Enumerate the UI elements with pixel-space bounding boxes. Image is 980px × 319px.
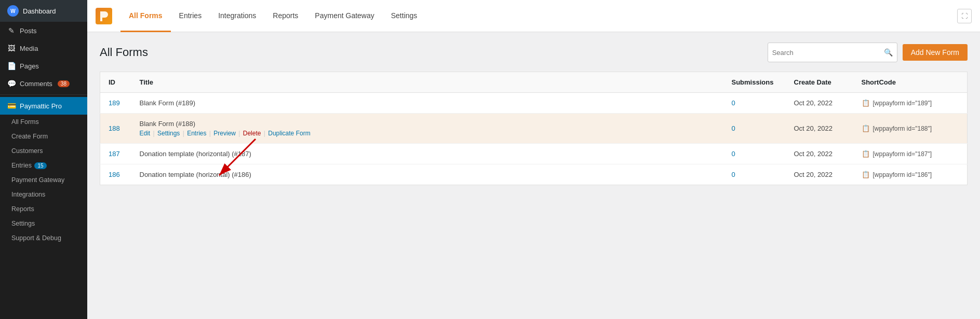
settings-label: Settings [11,220,35,227]
wp-logo-icon: W [7,5,19,17]
cell-title: Donation template (horizontal) (#187) [131,144,723,164]
submissions-link[interactable]: 0 [732,124,735,132]
sidebar-item-settings[interactable]: Settings [0,216,87,231]
edit-link[interactable]: Edit [140,130,151,137]
sidebar-item-reports[interactable]: Reports [0,202,87,216]
cell-id: 186 [100,164,131,185]
add-new-form-button[interactable]: Add New Form [903,44,968,61]
tab-entries[interactable]: Entries [171,1,210,32]
support-label: Support & Debug [11,234,61,242]
shortcode-icon: 📋 [862,99,870,107]
form-id-link[interactable]: 187 [109,150,120,158]
cell-submissions: 0 [723,114,786,144]
page-content: All Forms 🔍 Add New Form [87,32,980,319]
submissions-link[interactable]: 0 [732,171,735,178]
search-input[interactable] [772,49,884,57]
header-actions: 🔍 Add New Form [768,43,968,62]
preview-link[interactable]: Preview [213,130,236,137]
posts-icon: ✎ [7,26,16,35]
cell-id: 189 [100,93,131,114]
sidebar-item-create-form[interactable]: Create Form [0,129,87,144]
form-title: Donation template (horizontal) (#187) [140,150,251,158]
col-header-title: Title [131,72,723,93]
col-header-id: ID [100,72,131,93]
sidebar-item-integrations[interactable]: Integrations [0,187,87,202]
paymattic-label: Paymattic Pro [20,102,62,110]
shortcode-icon: 📋 [862,171,870,178]
table-wrapper: ID Title Submissions Create Date ShortCo… [100,72,968,185]
search-box: 🔍 [768,43,897,62]
cell-shortcode: 📋 [wppayform id="189"] [853,93,968,114]
sidebar-divider-1 [0,94,87,95]
comments-icon: 💬 [7,79,16,88]
comments-label: Comments [20,80,52,88]
tab-payment-gateway[interactable]: Payment Gateway [306,1,382,32]
create-date: Oct 20, 2022 [794,124,833,132]
app-logo [96,8,112,24]
tab-integrations[interactable]: Integrations [210,1,264,32]
table-row: 189 Blank Form (#189) 0 Oct 20, 2022 [100,93,968,114]
form-title: Blank Form (#188) [140,120,196,128]
entries-link[interactable]: Entries [187,130,206,137]
sidebar-item-all-forms[interactable]: All Forms [0,115,87,129]
sidebar-item-customers[interactable]: Customers [0,144,87,158]
tab-reports[interactable]: Reports [264,1,306,32]
duplicate-form-link[interactable]: Duplicate Form [268,130,310,137]
form-id-link[interactable]: 189 [109,99,120,107]
tab-settings[interactable]: Settings [383,1,426,32]
cell-title: Blank Form (#189) [131,93,723,114]
sidebar-item-comments[interactable]: 💬 Comments 38 [0,75,87,92]
sidebar-item-pages[interactable]: 📄 Pages [0,57,87,75]
dashboard-label[interactable]: Dashboard [23,7,56,15]
posts-label: Posts [20,27,37,35]
paymattic-icon: 💳 [7,102,16,110]
col-header-create-date: Create Date [786,72,853,93]
integrations-label: Integrations [11,191,45,198]
submissions-link[interactable]: 0 [732,99,735,107]
cell-id: 187 [100,144,131,164]
sidebar-item-support[interactable]: Support & Debug [0,231,87,245]
settings-link[interactable]: Settings [157,130,180,137]
shortcode-icon: 📋 [862,124,870,132]
svg-rect-0 [100,18,102,21]
cell-submissions: 0 [723,144,786,164]
search-icon: 🔍 [884,48,893,57]
cell-shortcode: 📋 [wppayform id="186"] [853,164,968,185]
form-title: Blank Form (#189) [140,99,196,107]
form-id-link[interactable]: 186 [109,171,120,178]
create-date: Oct 20, 2022 [794,171,833,178]
page-title: All Forms [100,46,148,59]
cell-submissions: 0 [723,164,786,185]
form-id-link[interactable]: 188 [109,124,120,132]
fullscreen-button[interactable]: ⛶ [957,9,972,23]
cell-title: Blank Form (#188) Edit | Settings | Entr… [131,114,723,144]
create-date: Oct 20, 2022 [794,150,833,158]
all-forms-label: All Forms [11,118,39,126]
shortcode-value: [wppayform id="186"] [873,171,932,178]
top-nav-tabs: All Forms Entries Integrations Reports P… [120,0,425,32]
tab-all-forms[interactable]: All Forms [120,1,171,32]
pages-icon: 📄 [7,62,16,70]
delete-link[interactable]: Delete [243,130,261,137]
sidebar-item-posts[interactable]: ✎ Posts [0,22,87,39]
form-title: Donation template (horizontal) (#186) [140,171,251,178]
table-header: ID Title Submissions Create Date ShortCo… [100,72,968,93]
paymattic-logo-icon [96,8,112,24]
cell-shortcode: 📋 [wppayform id="188"] [853,114,968,144]
sidebar: W Dashboard ✎ Posts 🖼 Media 📄 Pages 💬 Co… [0,0,87,319]
main-content: All Forms Entries Integrations Reports P… [87,0,980,319]
shortcode-value: [wppayform id="188"] [873,125,932,132]
submissions-link[interactable]: 0 [732,150,735,158]
shortcode-value: [wppayform id="187"] [873,150,932,158]
sidebar-item-paymattic[interactable]: 💳 Paymattic Pro [0,97,87,115]
cell-date: Oct 20, 2022 [786,93,853,114]
media-icon: 🖼 [7,44,16,52]
sidebar-item-entries[interactable]: Entries 15 [0,158,87,173]
customers-label: Customers [11,147,43,155]
table-body: 189 Blank Form (#189) 0 Oct 20, 2022 [100,93,968,185]
sidebar-item-media[interactable]: 🖼 Media [0,39,87,57]
sidebar-item-payment-gateway[interactable]: Payment Gateway [0,173,87,187]
media-label: Media [20,45,38,52]
top-navigation: All Forms Entries Integrations Reports P… [87,0,980,32]
col-header-submissions: Submissions [723,72,786,93]
